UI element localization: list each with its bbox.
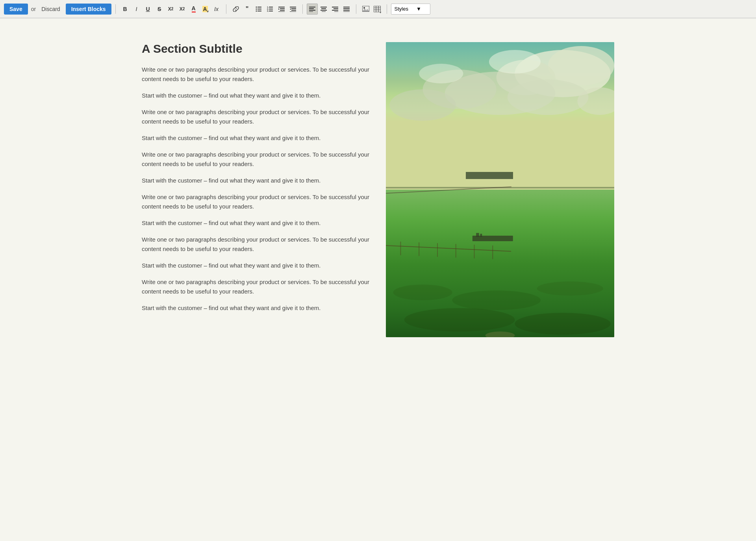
insert-blocks-button[interactable]: Insert Blocks	[66, 4, 111, 15]
svg-point-57	[452, 290, 541, 310]
bullet-list-button[interactable]	[253, 4, 264, 15]
svg-marker-16	[278, 8, 280, 10]
paragraph-12: Start with the customer – find out what …	[142, 303, 370, 313]
svg-rect-32	[332, 10, 338, 11]
subscript-button[interactable]: X2	[165, 4, 176, 15]
toolbar-separator-1	[115, 4, 116, 14]
discard-button[interactable]: Discard	[39, 4, 62, 14]
svg-rect-34	[343, 7, 350, 7]
underline-button[interactable]: U	[143, 4, 154, 15]
align-right-button[interactable]	[330, 4, 341, 15]
svg-point-4	[256, 10, 257, 11]
svg-point-39	[363, 7, 365, 9]
svg-point-56	[393, 284, 452, 300]
align-center-button[interactable]	[318, 4, 329, 15]
image-column	[386, 42, 614, 337]
blockquote-button[interactable]: "	[242, 4, 253, 15]
svg-point-60	[515, 312, 610, 334]
save-button[interactable]: Save	[4, 4, 28, 15]
svg-rect-35	[343, 8, 350, 9]
align-justify-button[interactable]	[341, 4, 352, 15]
svg-rect-3	[258, 9, 261, 9]
svg-rect-37	[343, 11, 350, 12]
svg-rect-31	[334, 8, 338, 9]
bold-button[interactable]: B	[120, 4, 131, 15]
text-format-group: B I U S X2 X2 A A▼ Ix	[120, 4, 222, 15]
svg-rect-15	[278, 11, 285, 12]
content-area: A Section Subtitle Write one or two para…	[122, 18, 634, 361]
paragraph-3: Write one or two paragraphs describing y…	[142, 107, 370, 126]
toolbar-separator-5	[387, 4, 387, 14]
ground-texture	[386, 175, 614, 338]
alignment-group	[307, 4, 352, 15]
svg-point-59	[404, 308, 515, 331]
styles-dropdown[interactable]: Styles ▼	[391, 4, 430, 15]
svg-point-2	[256, 8, 257, 9]
svg-rect-28	[321, 10, 327, 11]
insert-table-button[interactable]: ▼	[372, 4, 383, 15]
toolbar-separator-3	[302, 4, 303, 14]
svg-rect-5	[258, 11, 261, 11]
editor-toolbar: Save or Discard Insert Blocks B I U S X2…	[0, 0, 756, 18]
svg-rect-14	[280, 10, 285, 11]
svg-rect-25	[309, 11, 313, 12]
svg-point-52	[389, 89, 456, 121]
svg-rect-19	[291, 10, 296, 11]
or-label: or	[31, 6, 36, 12]
links-group: " 1.2.3.	[230, 4, 298, 15]
svg-point-68	[485, 331, 515, 337]
paragraph-5: Write one or two paragraphs describing y…	[142, 150, 370, 169]
svg-rect-17	[290, 7, 296, 7]
outdent-button[interactable]	[287, 4, 298, 15]
svg-rect-33	[334, 11, 338, 12]
superscript-button[interactable]: X2	[177, 4, 188, 15]
paragraph-9: Write one or two paragraphs describing y…	[142, 235, 370, 254]
highlight-button[interactable]: A▼	[200, 4, 211, 15]
svg-rect-29	[322, 11, 326, 12]
numbered-list-button[interactable]: 1.2.3.	[265, 4, 276, 15]
svg-rect-24	[309, 10, 315, 11]
toolbar-separator-2	[226, 4, 226, 14]
paragraph-2: Start with the customer – find out what …	[142, 91, 370, 100]
svg-rect-9	[269, 9, 273, 9]
insert-image-button[interactable]	[360, 4, 371, 15]
paragraph-10: Start with the customer – find out what …	[142, 261, 370, 270]
paragraph-1: Write one or two paragraphs describing y…	[142, 65, 370, 84]
font-color-button[interactable]: A	[188, 4, 199, 15]
svg-rect-7	[269, 7, 273, 7]
paragraph-11: Write one or two paragraphs describing y…	[142, 277, 370, 296]
svg-marker-40	[362, 9, 369, 11]
section-subtitle: A Section Subtitle	[142, 42, 370, 55]
svg-rect-18	[291, 8, 296, 9]
strikethrough-button[interactable]: S	[154, 4, 165, 15]
svg-rect-13	[280, 8, 285, 9]
svg-rect-71	[480, 234, 482, 237]
styles-label: Styles	[395, 6, 408, 12]
paragraph-6: Start with the customer – find out what …	[142, 176, 370, 185]
toolbar-separator-4	[356, 4, 356, 14]
svg-point-0	[256, 6, 257, 7]
svg-rect-70	[476, 233, 479, 237]
paragraph-4: Start with the customer – find out what …	[142, 133, 370, 143]
align-left-button[interactable]	[307, 4, 318, 15]
clear-format-button[interactable]: Ix	[211, 4, 222, 15]
svg-rect-26	[321, 7, 327, 7]
svg-point-51	[508, 79, 589, 115]
paragraph-7: Write one or two paragraphs describing y…	[142, 192, 370, 211]
link-button[interactable]	[230, 4, 241, 15]
media-group: ▼	[360, 4, 383, 15]
italic-button[interactable]: I	[131, 4, 142, 15]
content-image	[386, 42, 614, 337]
paragraph-8: Start with the customer – find out what …	[142, 218, 370, 228]
svg-rect-36	[343, 10, 350, 11]
svg-rect-12	[278, 7, 285, 7]
svg-rect-1	[258, 7, 261, 7]
indent-button[interactable]	[276, 4, 287, 15]
svg-rect-22	[309, 7, 315, 7]
svg-rect-23	[309, 8, 314, 9]
svg-rect-20	[290, 11, 296, 12]
svg-marker-21	[290, 8, 291, 10]
svg-rect-11	[269, 11, 273, 11]
svg-point-58	[537, 281, 603, 295]
svg-rect-30	[332, 7, 338, 7]
